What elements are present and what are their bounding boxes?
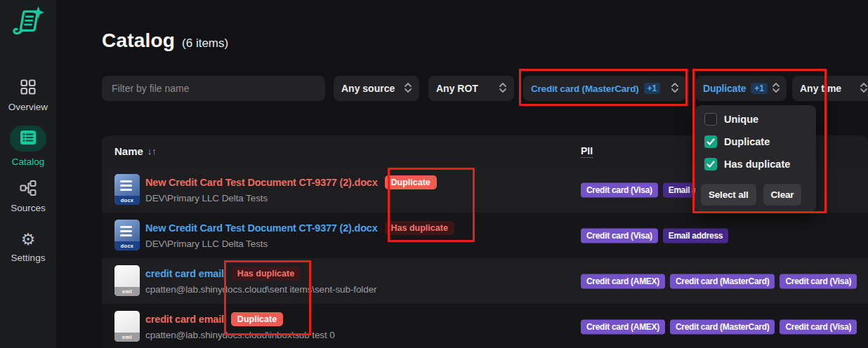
row-main: New Credit Card Test Document CT-9377 (2… [145,175,437,203]
file-name-link[interactable]: credit card email [145,314,224,325]
sort-icon[interactable]: ↓↑ [147,146,157,156]
pii-cell: Credit card (AMEX)Credit card (MasterCar… [581,319,857,334]
pii-badge: Credit card (MasterCard) [670,319,775,334]
file-type-icon: docx [114,220,140,250]
file-type-icon: eml [114,265,140,296]
duplicate-filter-extra-badge: +1 [751,83,768,94]
chevron-updown-icon [405,82,412,95]
file-path: cpatten@lab.shinydocs.cloud\inbox\sub te… [145,330,335,340]
dropdown-option-label: Duplicate [724,136,770,147]
rot-filter-label: Any ROT [436,83,478,94]
item-count: (6 items) [182,36,228,51]
pii-badge: Credit card (MasterCard) [670,274,775,288]
row-main: New Credit Card Test Document CT-9377 (2… [145,221,454,249]
duplicate-status-badge: Has duplicate [385,221,454,235]
sidebar-item-overview[interactable]: Overview [0,79,56,112]
file-name-link[interactable]: New Credit Card Test Document CT-9377 (2… [145,222,378,234]
dropdown-option[interactable]: Duplicate [695,130,816,153]
file-ext-label: eml [114,333,140,342]
time-filter-label: Any time [800,83,841,94]
file-path: DEV\Primary LLC Delta Tests [145,193,437,203]
duplicate-filter-label: Duplicate [703,83,746,94]
file-path: DEV\Primary LLC Delta Tests [145,239,454,249]
sidebar-item-catalog[interactable]: Catalog [0,126,56,167]
dropdown-options: Unique Duplicate Has duplicate [695,108,816,175]
duplicate-filter-dropdown: Unique Duplicate Has duplicate Select al… [695,105,816,212]
clear-button[interactable]: Clear [763,184,802,206]
file-name-link[interactable]: New Credit Card Test Document CT-9377 (2… [145,177,378,188]
file-type-icon: eml [114,311,140,342]
row-main: credit card email Has duplicate cpatten@… [145,267,376,295]
pii-badge: Credit card (Visa) [581,182,658,197]
pii-badge: Credit card (AMEX) [581,274,665,288]
chevron-updown-icon [499,82,506,95]
pii-badge: Credit card (Visa) [780,319,857,334]
pii-filter-label: Credit card (MasterCard) [531,83,639,94]
sidebar-item-label: Catalog [12,156,45,167]
pii-filter-select[interactable]: Credit card (MasterCard) +1 [523,76,686,101]
dropdown-actions: Select all Clear [695,175,816,206]
network-icon [20,180,37,198]
sidebar: Overview Catalog Sources ⚙ S [0,0,56,348]
dropdown-option-label: Unique [724,114,758,125]
file-path: cpatten@lab.shinydocs.cloud\sent items\s… [145,284,376,295]
rot-filter-select[interactable]: Any ROT [428,76,514,101]
table-row[interactable]: docx New Credit Card Test Document CT-93… [102,213,868,258]
grid-icon [20,79,36,97]
pii-cell: Credit card (AMEX)Credit card (MasterCar… [581,274,857,288]
page-title: Catalog (6 items) [102,29,228,52]
checkbox[interactable] [704,113,717,126]
search-input[interactable] [102,76,325,101]
column-header-name[interactable]: Name [114,145,143,157]
page-title-text: Catalog [102,29,175,52]
source-filter-label: Any source [341,83,395,94]
sidebar-item-settings[interactable]: ⚙ Settings [0,231,56,263]
row-main: credit card email Duplicate cpatten@lab.… [145,312,335,340]
pii-badge: Credit card (Visa) [780,274,857,288]
gear-icon: ⚙ [21,231,36,248]
duplicate-status-badge: Duplicate [231,312,283,326]
sidebar-item-label: Sources [11,203,46,213]
sidebar-item-sources[interactable]: Sources [0,180,56,213]
shinydocs-logo [9,6,47,44]
pii-badge: Email address [663,228,728,243]
sidebar-item-label: Settings [11,253,46,263]
select-all-button[interactable]: Select all [701,184,756,206]
file-ext-label: docx [114,196,140,205]
list-icon [20,130,36,147]
column-header-pii[interactable]: PII [581,145,593,158]
duplicate-status-badge: Has duplicate [231,267,301,281]
duplicate-filter-select[interactable]: Duplicate +1 [695,76,787,101]
pii-badge: Credit card (AMEX) [581,319,665,334]
dropdown-option[interactable]: Has duplicate [695,153,816,175]
pii-badge: Credit card (Visa) [581,228,658,243]
file-ext-label: eml [114,287,140,296]
checkbox[interactable] [704,158,717,170]
dropdown-option-label: Has duplicate [724,159,790,170]
dropdown-option[interactable]: Unique [695,108,816,130]
pii-filter-extra-badge: +1 [644,83,661,94]
duplicate-status-badge: Duplicate [385,175,437,189]
active-pill [10,126,46,152]
table-row[interactable]: eml credit card email Duplicate cpatten@… [102,304,868,348]
time-filter-select[interactable]: Any time [792,76,868,101]
sidebar-item-label: Overview [8,102,48,112]
chevron-updown-icon [772,82,780,95]
chevron-updown-icon [860,82,867,95]
file-type-icon: docx [114,174,140,205]
chevron-updown-icon [671,82,678,95]
pii-cell: Credit card (Visa)Email address [581,228,728,243]
source-filter-select[interactable]: Any source [334,76,419,101]
checkbox[interactable] [704,135,717,148]
file-ext-label: docx [114,241,140,250]
file-name-link[interactable]: credit card email [145,268,224,279]
table-row[interactable]: eml credit card email Has duplicate cpat… [102,258,868,304]
